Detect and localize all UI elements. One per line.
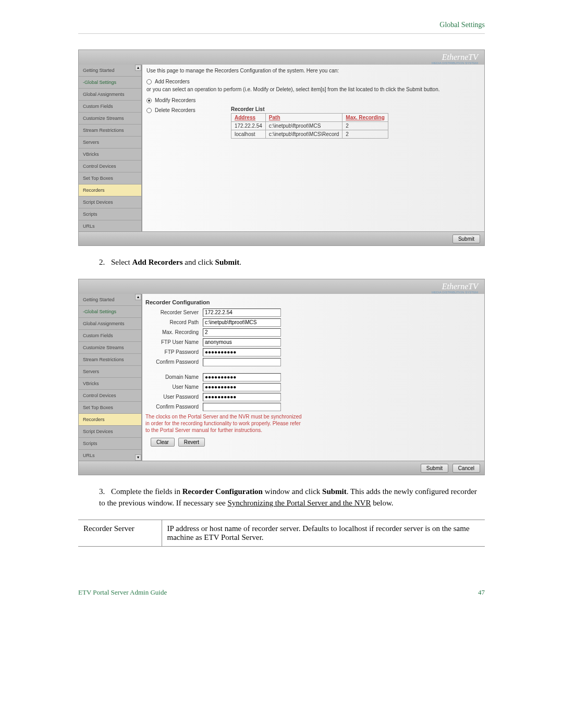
recorder-list-table: Address Path Max. Recording 172.22.2.54 …	[231, 113, 388, 139]
brand-logo: EtherneTV MEDIA DISTRIBUTION SYSTEM	[442, 53, 478, 62]
nav-urls[interactable]: URLs	[79, 450, 141, 461]
footer-guide-name: ETV Portal Server Admin Guide	[78, 588, 167, 597]
input-domain[interactable]	[203, 373, 281, 381]
sidebar: ▴ Getting Started -Global Settings Globa…	[79, 65, 142, 231]
nav-control-devices[interactable]: Control Devices	[79, 161, 141, 172]
step-2: 2. Select Add Recorders and click Submit…	[99, 256, 485, 268]
def-term: Recorder Server	[78, 520, 162, 546]
description-mid: or you can select an operation to perfor…	[146, 87, 480, 92]
screenshot-recorders-list: EtherneTV MEDIA DISTRIBUTION SYSTEM ▴ Ge…	[78, 50, 485, 246]
input-ftp-user[interactable]	[203, 338, 281, 347]
submit-button[interactable]: Submit	[421, 464, 448, 473]
label-ftp-user: FTP User Name	[145, 339, 203, 345]
nav-scripts[interactable]: Scripts	[79, 438, 141, 450]
page-footer: ETV Portal Server Admin Guide 47	[78, 588, 485, 597]
footer-bar: Submit Cancel	[79, 461, 484, 475]
step-3: 3. Complete the fields in Recorder Confi…	[99, 486, 485, 509]
nav-global-settings[interactable]: -Global Settings	[79, 77, 141, 89]
description-text: Use this page to manage the Recorders Co…	[146, 68, 480, 73]
radio-add-recorders[interactable]	[146, 79, 152, 84]
label-record-path: Record Path	[145, 319, 203, 325]
nav-custom-fields[interactable]: Custom Fields	[79, 101, 141, 113]
nav-set-top-boxes[interactable]: Set Top Boxes	[79, 172, 141, 184]
nav-recorders[interactable]: Recorders	[79, 184, 141, 196]
input-ftp-pass[interactable]	[203, 348, 281, 356]
col-path[interactable]: Path	[265, 114, 342, 122]
footer-page-number: 47	[478, 588, 485, 597]
nav-customize-streams[interactable]: Customize Streams	[79, 342, 141, 354]
radio-delete-label: Delete Recorders	[155, 107, 195, 113]
input-max-recording[interactable]	[203, 328, 281, 337]
input-confirm-pass1[interactable]	[203, 358, 281, 366]
label-max-recording: Max. Recording	[145, 329, 203, 335]
brand-logo: EtherneTV MEDIA DISTRIBUTION SYSTEM	[442, 282, 478, 291]
nav-script-devices[interactable]: Script Devices	[79, 196, 141, 208]
input-user-name[interactable]	[203, 383, 281, 391]
input-record-path[interactable]	[203, 318, 281, 327]
nav-custom-fields[interactable]: Custom Fields	[79, 330, 141, 342]
input-confirm-pass2[interactable]	[203, 403, 281, 411]
nav-getting-started[interactable]: Getting Started	[79, 294, 141, 306]
label-user-pass: User Password	[145, 394, 203, 400]
nav-vbricks[interactable]: VBricks	[79, 378, 141, 390]
scroll-down-icon[interactable]: ▾	[135, 454, 141, 461]
warning-text: The clocks on the Portal Server and the …	[145, 413, 302, 434]
clear-button[interactable]: Clear	[151, 438, 175, 447]
input-user-pass[interactable]	[203, 393, 281, 401]
nav-script-devices[interactable]: Script Devices	[79, 426, 141, 438]
scroll-up-icon[interactable]: ▴	[135, 294, 141, 300]
scroll-up-icon[interactable]: ▴	[135, 65, 141, 71]
nav-urls[interactable]: URLs	[79, 220, 141, 231]
page-header: Global Settings	[78, 21, 485, 34]
submit-button[interactable]: Submit	[452, 235, 480, 243]
nav-recorders[interactable]: Recorders	[79, 414, 141, 426]
label-ftp-pass: FTP Password	[145, 349, 203, 355]
footer-bar: Submit	[79, 231, 484, 245]
input-recorder-server[interactable]	[203, 309, 281, 317]
def-desc: IP address or host name of recorder serv…	[162, 520, 485, 546]
nav-control-devices[interactable]: Control Devices	[79, 390, 141, 402]
nav-global-settings[interactable]: -Global Settings	[79, 306, 141, 318]
table-row[interactable]: 172.22.2.54 c:\inetpub\ftproot\MCS 2	[231, 122, 388, 130]
label-domain: Domain Name	[145, 374, 203, 380]
cancel-button[interactable]: Cancel	[452, 464, 480, 473]
nav-vbricks[interactable]: VBricks	[79, 149, 141, 161]
app-header: EtherneTV MEDIA DISTRIBUTION SYSTEM	[79, 50, 484, 65]
col-max-recording[interactable]: Max. Recording	[342, 114, 388, 122]
nav-global-assignments[interactable]: Global Assignments	[79, 89, 141, 101]
radio-modify-recorders[interactable]	[146, 98, 152, 103]
nav-servers[interactable]: Servers	[79, 137, 141, 149]
definition-table: Recorder Server IP address or host name …	[78, 520, 485, 547]
label-confirm-pass2: Confirm Password	[145, 404, 203, 410]
label-recorder-server: Recorder Server	[145, 310, 203, 315]
revert-button[interactable]: Revert	[178, 438, 205, 447]
nav-getting-started[interactable]: Getting Started	[79, 65, 141, 77]
nav-servers[interactable]: Servers	[79, 366, 141, 378]
nav-scripts[interactable]: Scripts	[79, 208, 141, 220]
table-row[interactable]: localhost c:\inetpub\ftproot\MCS\Record …	[231, 130, 388, 139]
app-header: EtherneTV MEDIA DISTRIBUTION SYSTEM	[79, 279, 484, 294]
recorder-list-title: Recorder List	[231, 106, 388, 112]
form-area: Recorder Configuration Recorder Server R…	[142, 294, 484, 461]
nav-stream-restrictions[interactable]: Stream Restrictions	[79, 125, 141, 137]
nav-set-top-boxes[interactable]: Set Top Boxes	[79, 402, 141, 414]
nav-global-assignments[interactable]: Global Assignments	[79, 318, 141, 330]
link-synchronizing[interactable]: Synchronizing the Portal Server and the …	[227, 499, 371, 507]
content-area: Use this page to manage the Recorders Co…	[142, 65, 484, 231]
label-user-name: User Name	[145, 384, 203, 390]
form-title: Recorder Configuration	[145, 299, 481, 309]
radio-add-label: Add Recorders	[155, 79, 190, 84]
nav-stream-restrictions[interactable]: Stream Restrictions	[79, 354, 141, 366]
nav-customize-streams[interactable]: Customize Streams	[79, 113, 141, 125]
sidebar: ▴ Getting Started -Global Settings Globa…	[79, 294, 142, 461]
radio-modify-label: Modify Recorders	[155, 97, 195, 103]
screenshot-recorder-config: EtherneTV MEDIA DISTRIBUTION SYSTEM ▴ Ge…	[78, 279, 485, 475]
radio-delete-recorders[interactable]	[146, 108, 152, 113]
label-confirm-pass1: Confirm Password	[145, 359, 203, 365]
col-address[interactable]: Address	[231, 114, 266, 122]
